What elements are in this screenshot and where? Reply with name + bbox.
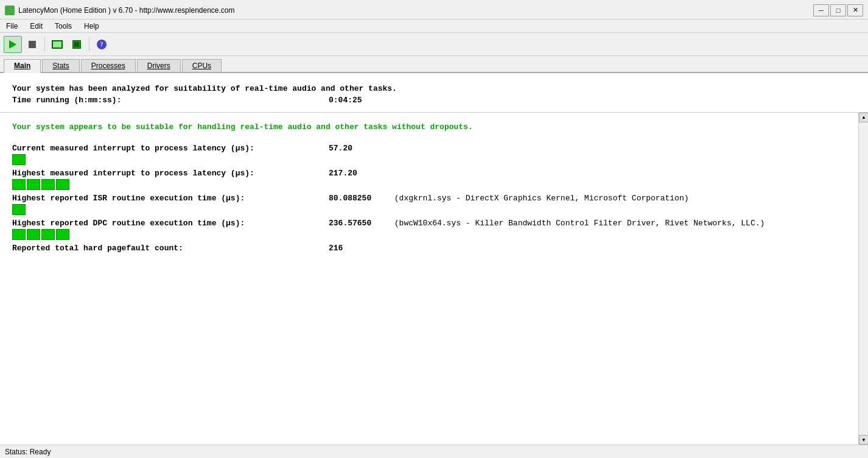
metric-bar-2: [12, 204, 846, 215]
menu-edit[interactable]: Edit: [26, 21, 46, 31]
scrollbar[interactable]: ▲ ▼: [858, 113, 868, 445]
title-bar: LatencyMon (Home Edition ) v 6.70 - http…: [0, 0, 868, 19]
metric-label-1: Highest measured interrupt to process la…: [12, 169, 329, 178]
metric-bar-block-1b: [27, 179, 40, 190]
title-bar-left: LatencyMon (Home Edition ) v 6.70 - http…: [5, 5, 235, 15]
menu-help[interactable]: Help: [80, 21, 103, 31]
metric-label-0: Current measured interrupt to process la…: [12, 144, 329, 153]
metric-bar-block-3c: [41, 229, 55, 240]
status-panel: Your system appears to be suitable for h…: [0, 113, 868, 445]
metric-value-0: 57.20: [329, 144, 390, 153]
menu-bar: File Edit Tools Help: [0, 19, 868, 33]
metric-bar-block-1a: [12, 179, 26, 190]
metric-value-2: 80.088250: [329, 194, 390, 203]
main-content: Your system has been analyzed for suitab…: [0, 73, 868, 445]
close-button[interactable]: ✕: [847, 4, 863, 16]
metric-row-isr: Highest reported ISR routine execution t…: [12, 194, 846, 215]
stop-icon: [29, 41, 36, 48]
record-icon: [72, 40, 81, 49]
metric-detail-2: (dxgkrnl.sys - DirectX Graphics Kernel, …: [390, 194, 688, 203]
help-button[interactable]: ?: [93, 36, 111, 53]
status-bar: Status: Ready: [0, 445, 868, 458]
help-icon: ?: [97, 40, 107, 49]
toolbar: ?: [0, 33, 868, 56]
tab-main[interactable]: Main: [4, 59, 41, 73]
metric-row-current-latency: Current measured interrupt to process la…: [12, 144, 846, 165]
metric-bar-block-2a: [12, 204, 26, 215]
suitable-message: Your system appears to be suitable for h…: [12, 122, 846, 132]
scroll-thumb[interactable]: [859, 122, 868, 435]
metric-value-1: 217.20: [329, 169, 390, 178]
tab-drivers[interactable]: Drivers: [137, 59, 181, 72]
stop-button[interactable]: [23, 36, 41, 53]
metrics-container: Current measured interrupt to process la…: [12, 144, 846, 253]
metric-bar-block-1c: [41, 179, 55, 190]
status-text: Status: Ready: [5, 448, 51, 456]
metric-detail-3: (bwcW10x64.sys - Killer Bandwidth Contro…: [390, 219, 765, 228]
toolbar-separator-2: [89, 37, 89, 52]
time-row: Time running (h:mm:ss): 0:04:25: [12, 96, 856, 105]
metric-value-4: 216: [329, 244, 390, 253]
metric-row-pagefault: Reported total hard pagefault count: 216: [12, 244, 846, 253]
time-value: 0:04:25: [329, 96, 362, 105]
metric-bar-1: [12, 179, 846, 190]
title-bar-controls: ─ □ ✕: [813, 4, 863, 16]
metric-bar-3: [12, 229, 846, 240]
metric-label-4: Reported total hard pagefault count:: [12, 244, 329, 253]
metric-bar-block: [12, 154, 26, 165]
tab-stats[interactable]: Stats: [42, 59, 79, 72]
toolbar-separator-1: [44, 37, 45, 52]
metric-label-2: Highest reported ISR routine execution t…: [12, 194, 329, 203]
metric-bar-0: [12, 154, 846, 165]
record-button[interactable]: [68, 36, 86, 53]
app-title: LatencyMon (Home Edition ) v 6.70 - http…: [18, 6, 235, 15]
app-icon: [5, 5, 15, 15]
play-button[interactable]: [4, 36, 22, 53]
menu-file[interactable]: File: [2, 21, 21, 31]
tab-cpus[interactable]: CPUs: [182, 59, 222, 72]
metric-bar-block-3d: [56, 229, 69, 240]
metric-label-3: Highest reported DPC routine execution t…: [12, 219, 329, 228]
play-icon: [9, 40, 16, 49]
monitor-icon: [52, 40, 63, 49]
analysis-line1: Your system has been analyzed for suitab…: [12, 83, 856, 96]
maximize-button[interactable]: □: [830, 4, 846, 16]
scroll-down-button[interactable]: ▼: [859, 435, 868, 445]
tab-processes[interactable]: Processes: [81, 59, 136, 72]
time-label: Time running (h:mm:ss):: [12, 96, 329, 105]
monitor-button[interactable]: [48, 36, 66, 53]
info-section: Your system has been analyzed for suitab…: [0, 73, 868, 113]
menu-tools[interactable]: Tools: [51, 21, 75, 31]
metric-row-dpc: Highest reported DPC routine execution t…: [12, 219, 846, 240]
metric-bar-block-3a: [12, 229, 26, 240]
status-content: Your system appears to be suitable for h…: [0, 113, 858, 445]
tab-bar: Main Stats Processes Drivers CPUs: [0, 56, 868, 73]
metric-row-highest-latency: Highest measured interrupt to process la…: [12, 169, 846, 190]
scroll-up-button[interactable]: ▲: [859, 113, 868, 122]
metric-value-3: 236.57650: [329, 219, 390, 228]
minimize-button[interactable]: ─: [813, 4, 829, 16]
metric-bar-block-1d: [56, 179, 69, 190]
metric-bar-block-3b: [27, 229, 40, 240]
